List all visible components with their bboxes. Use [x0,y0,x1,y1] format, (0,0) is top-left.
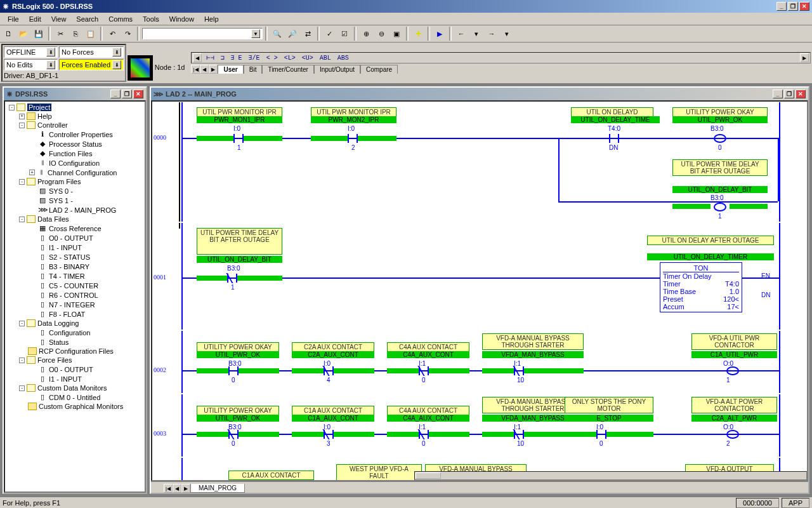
tab-scroll-left-button[interactable]: ◀ [200,65,209,74]
tree-node[interactable]: RCP Configuration Files [6,347,143,356]
tree-node[interactable]: +Help [6,112,143,121]
rung-0[interactable]: 0000 UTIL PWR MONITOR IPR PWR_MON1_IPR I… [152,102,787,222]
tree-minimize-button[interactable]: _ [110,90,121,98]
xio-contact[interactable] [324,366,334,375]
palette-right-button[interactable]: ▶ [800,53,809,62]
forces-dropdown[interactable]: No Forces⬇ [59,46,124,58]
tree-node[interactable]: -Custom Data Monitors [6,384,143,392]
rung-2[interactable]: 0002 UTILITY POWER OKAYUTIL_PWR_OKB3:00C… [152,330,787,394]
verify-rung-button[interactable]: ✓ [322,27,336,41]
xio-contact[interactable] [419,366,429,375]
tabs-start-button[interactable]: |◀ [164,484,173,493]
instr-rung[interactable]: ⊢⊣ [204,54,216,62]
find-button[interactable]: 🔍 [270,27,284,41]
add-button[interactable]: ✚ [411,27,425,41]
instr-tab-timer-counter[interactable]: Timer/Counter [262,65,314,74]
replace-button[interactable]: ⇄ [301,27,315,41]
tree-node[interactable]: ▦Cross Reference [6,224,143,233]
instr-xio[interactable]: ∃/E [247,54,262,62]
tree-node[interactable]: ▯O0 - OUTPUT [6,233,143,243]
tree-node[interactable]: ▯N7 - INTEGER [6,300,143,309]
xio-contact[interactable] [227,274,237,283]
xic-contact[interactable] [596,430,606,439]
instr-otu[interactable]: <U> [300,55,315,62]
prev-button[interactable]: ← [454,27,468,41]
xic-contact[interactable] [228,366,239,375]
xic-contact[interactable] [233,134,244,143]
ladder-maximize-button[interactable]: ❐ [784,90,794,98]
instr-abs[interactable]: ABS [336,55,351,62]
tree-node[interactable]: ▯S2 - STATUS [6,252,143,262]
collapse-icon[interactable]: - [9,105,15,110]
tree-node[interactable]: ▯Configuration [6,328,143,337]
tree-node[interactable]: ▯T4 - TIMER [6,271,143,281]
redo-button[interactable]: ↷ [121,27,134,41]
collapse-icon[interactable]: - [19,321,25,326]
horizontal-scrollbar[interactable] [414,471,807,480]
ote-coil[interactable] [714,203,726,211]
new-button[interactable]: 🗋 [1,27,15,41]
tree-node[interactable]: Custom Graphical Monitors [6,402,143,411]
tree-node[interactable]: +⦀Channel Configuration [6,168,143,177]
tabs-left-button[interactable]: ◀ [173,484,181,493]
ladder-minimize-button[interactable]: _ [773,90,783,98]
maximize-button[interactable]: ❐ [788,2,798,11]
xio-contact[interactable] [419,430,429,439]
palette-left-button[interactable]: ◀ [193,53,202,62]
tree-node[interactable]: ⋙LAD 2 - MAIN_PROG [6,205,143,215]
collapse-icon[interactable]: - [19,123,25,128]
tree-node[interactable]: ▯I1 - INPUT [6,243,143,252]
tabs-right-button[interactable]: ▶ [181,484,190,493]
instr-xic[interactable]: ∃ E [229,54,244,62]
address-dropdown[interactable]: ▼ [142,28,263,39]
tree-body[interactable]: -Project+Help-ControllerℹController Prop… [4,100,146,493]
instr-abl[interactable]: ABL [318,55,333,62]
menu-help[interactable]: Help [199,14,224,24]
mode-dropdown[interactable]: OFFLINE⬇ [4,46,58,58]
xic-contact[interactable] [348,134,358,143]
instr-otl[interactable]: <L> [282,55,298,62]
tree-node[interactable]: -Project [6,103,143,112]
menu-view[interactable]: View [46,14,72,24]
zoom-fit-button[interactable]: ▣ [390,27,403,41]
prev-drop-button[interactable]: ▾ [469,27,483,41]
tab-main-prog[interactable]: MAIN_PROG [190,484,245,493]
menu-window[interactable]: Window [164,14,199,24]
tree-node[interactable]: -Force Files [6,356,143,364]
menu-search[interactable]: Search [71,14,103,24]
next-drop-button[interactable]: ▾ [500,27,514,41]
menu-comms[interactable]: Comms [103,14,138,24]
ladder-body[interactable]: 0000 UTIL PWR MONITOR IPR PWR_MON1_IPR I… [151,100,808,481]
ote-coil[interactable] [726,366,739,375]
menu-file[interactable]: File [3,14,24,24]
tab-scroll-start-button[interactable]: |◀ [191,65,200,74]
cut-button[interactable]: ✂ [53,27,67,41]
tree-node[interactable]: ▯Status [6,337,143,347]
xio-contact[interactable] [228,430,239,439]
tree-node[interactable]: ▯O0 - OUTPUT [6,364,143,374]
zoom-out-button[interactable]: ⊖ [374,27,388,41]
undo-button[interactable]: ↶ [105,27,119,41]
tree-node[interactable]: -Program Files [6,177,143,186]
forces-enabled-dropdown[interactable]: Forces Enabled⬇ [59,59,124,70]
open-button[interactable]: 📂 [16,27,30,41]
xio-contact[interactable] [514,366,524,375]
rung-3[interactable]: 0003 UTILITY POWER OKAYUTIL_PWR_OKB3:00C… [152,394,787,457]
expand-icon[interactable]: + [29,170,35,175]
tree-node[interactable]: ▯F8 - FLOAT [6,309,143,319]
expand-icon[interactable]: + [19,114,25,119]
xio-contact[interactable] [514,430,524,439]
instr-tab-bit[interactable]: Bit [244,65,263,74]
tree-node[interactable]: -Data Logging [6,319,143,328]
next-button[interactable]: → [485,27,499,41]
tree-node[interactable]: ▯I1 - INPUT [6,374,143,384]
zoom-in-button[interactable]: ⊕ [359,27,373,41]
ton-instruction[interactable]: TON Timer On Delay TimerT4:0 Time Base1.… [660,262,742,312]
rung-1[interactable]: 0001 UTIL POWER TIME DELAY BIT AFTER OUT… [152,222,787,330]
tree-node[interactable]: ▯CDM 0 - Untitled [6,392,143,402]
menu-tools[interactable]: Tools [138,14,164,24]
xio-contact[interactable] [324,430,334,439]
minimize-button[interactable]: _ [776,2,787,11]
collapse-icon[interactable]: - [19,385,25,391]
collapse-icon[interactable]: - [19,217,25,222]
